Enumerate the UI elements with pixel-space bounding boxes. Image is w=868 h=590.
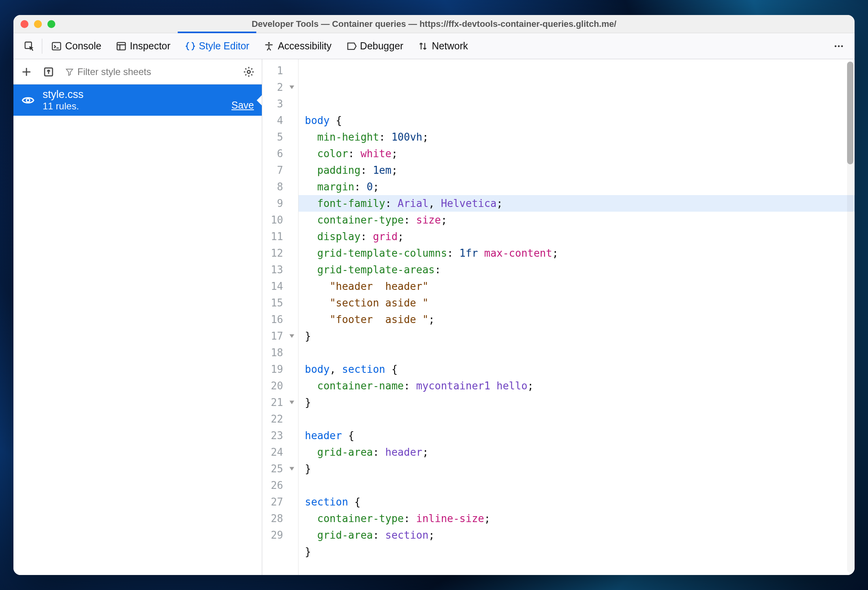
code-line[interactable]: display: grid; [305,228,855,245]
line-number[interactable]: 28 [262,510,298,527]
code-line[interactable]: margin: 0; [305,179,855,195]
line-number[interactable]: 3 [262,96,298,112]
line-number[interactable]: 13 [262,261,298,278]
code-line[interactable]: color: white; [305,145,855,162]
code-line[interactable]: section { [305,494,855,510]
plus-icon [21,66,32,78]
filter-stylesheets-input[interactable] [77,66,233,77]
toggle-visibility-button[interactable] [21,94,35,107]
code-line[interactable] [305,560,855,575]
line-number[interactable]: 15 [262,295,298,311]
save-stylesheet-button[interactable]: Save [231,100,254,112]
code-line[interactable] [305,411,855,427]
svg-point-6 [841,45,843,47]
tab-network[interactable]: Network [410,33,475,59]
code-line[interactable] [305,344,855,361]
line-number[interactable]: 16 [262,311,298,328]
line-number[interactable]: 18 [262,344,298,361]
code-line[interactable]: min-height: 100vh; [305,129,855,145]
stylesheet-rules: 11 rules. [43,101,224,112]
line-number[interactable]: 27 [262,494,298,510]
code-line[interactable]: } [305,460,855,477]
code-line[interactable]: grid-area: header; [305,444,855,460]
line-number[interactable]: 2 [262,79,298,96]
svg-point-3 [268,42,270,44]
code-line[interactable]: container-type: inline-size; [305,510,855,527]
line-number[interactable]: 26 [262,477,298,494]
tab-label: Style Editor [199,40,250,52]
line-gutter[interactable]: 1234567891011121314151617181920212223242… [262,59,299,575]
code-line[interactable] [305,96,855,112]
line-number[interactable]: 17 [262,328,298,344]
code-line[interactable]: "footer aside "; [305,311,855,328]
tab-label: Debugger [360,40,404,52]
tab-inspector[interactable]: Inspector [109,33,178,59]
line-number[interactable]: 24 [262,444,298,460]
stylesheet-name: style.css [43,88,224,101]
code-line[interactable] [305,477,855,494]
line-number[interactable]: 20 [262,378,298,394]
line-number[interactable]: 8 [262,179,298,195]
code-line[interactable]: "section aside " [305,295,855,311]
line-number[interactable]: 22 [262,411,298,427]
code-line[interactable]: grid-template-areas: [305,261,855,278]
code-line[interactable]: grid-template-columns: 1fr max-content; [305,245,855,261]
tab-debugger[interactable]: Debugger [339,33,411,59]
line-number[interactable]: 5 [262,129,298,145]
window-controls [21,20,55,28]
line-number[interactable]: 10 [262,212,298,228]
accessibility-icon [263,41,274,52]
pick-element-button[interactable] [18,33,40,59]
line-number[interactable]: 21 [262,394,298,411]
svg-rect-2 [117,42,125,50]
stylesheet-list: style.css 11 rules. Save [13,85,262,575]
console-icon [51,41,62,52]
code-line[interactable]: } [305,328,855,344]
tab-console[interactable]: Console [44,33,109,59]
line-number[interactable]: 29 [262,527,298,543]
svg-point-8 [247,70,250,73]
line-number[interactable]: 12 [262,245,298,261]
line-number[interactable]: 11 [262,228,298,245]
code-line[interactable]: "header header" [305,278,855,295]
code-line[interactable]: } [305,543,855,560]
style-editor-options-button[interactable] [240,63,258,81]
filter-stylesheets[interactable] [62,66,236,77]
tab-style-editor[interactable]: Style Editor [178,33,257,59]
line-number[interactable]: 25 [262,460,298,477]
tab-label: Accessibility [278,40,331,52]
code-area[interactable]: body { min-height: 100vh; color: white; … [299,59,855,575]
code-line[interactable]: font-family: Arial, Helvetica; [299,195,855,212]
line-number[interactable]: 19 [262,361,298,378]
line-number[interactable]: 6 [262,145,298,162]
scrollbar-thumb[interactable] [847,62,853,164]
meatballs-icon [833,41,844,52]
code-line[interactable]: container-type: size; [305,212,855,228]
code-line[interactable]: padding: 1em; [305,162,855,179]
line-number[interactable]: 14 [262,278,298,295]
line-number[interactable]: 9 [262,195,298,212]
zoom-window-button[interactable] [47,20,55,28]
line-number[interactable]: 7 [262,162,298,179]
stylesheet-sidebar: style.css 11 rules. Save [13,59,262,575]
line-number[interactable]: 23 [262,427,298,444]
code-line[interactable]: container-name: mycontainer1 hello; [305,378,855,394]
stylesheet-item[interactable]: style.css 11 rules. Save [13,85,262,116]
code-line[interactable]: body { [305,112,855,129]
code-line[interactable]: body, section { [305,361,855,378]
import-stylesheet-button[interactable] [39,63,58,81]
code-line[interactable]: grid-area: section; [305,527,855,543]
line-number[interactable]: 1 [262,62,298,79]
minimize-window-button[interactable] [34,20,42,28]
close-window-button[interactable] [21,20,28,28]
vertical-scrollbar[interactable] [847,62,853,573]
tab-accessibility[interactable]: Accessibility [256,33,338,59]
stylesheet-meta: style.css 11 rules. [43,88,224,112]
new-stylesheet-button[interactable] [17,63,36,81]
overflow-menu-button[interactable] [828,33,850,59]
line-number[interactable]: 4 [262,112,298,129]
window-title: Developer Tools — Container queries — ht… [13,19,855,29]
devtools-window: Developer Tools — Container queries — ht… [13,15,855,575]
code-line[interactable]: header { [305,427,855,444]
code-line[interactable]: } [305,394,855,411]
